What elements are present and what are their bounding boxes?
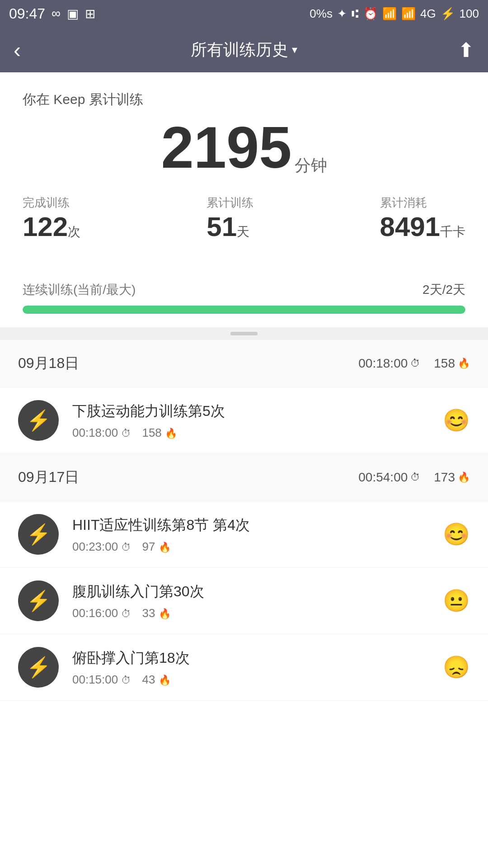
workout-time-1-0: 00:23:00 ⏱ [72,540,131,554]
workout-time-1-1: 00:16:00 ⏱ [72,606,131,620]
nav-title-text: 所有训练历史 [191,39,288,61]
workout-icon-wrap: ⚡ [18,400,59,441]
nav-bar: ‹ 所有训练历史 ▾ ⬆ [0,27,488,72]
workout-emoji-0-0: 😊 [443,408,470,433]
workout-cal-0-0: 158 🔥 [142,426,177,440]
workout-emoji-1-1: 😐 [443,588,470,613]
workout-title-1-1: 腹肌训练入门第30次 [72,582,443,602]
workout-cal-1-0: 97 🔥 [142,540,170,554]
back-button[interactable]: ‹ [14,38,45,62]
stat-complete-label: 完成训练 [23,195,80,211]
alarm-icon: ⏰ [363,7,378,21]
date-time-0: 00:18:00 ⏱ [358,356,420,371]
stat-calories-value: 8491千卡 [380,213,465,241]
stat-days-label: 累计训练 [206,195,253,211]
stat-complete-value: 122次 [23,213,80,241]
workout-meta-1-2: 00:15:00 ⏱ 43 🔥 [72,673,443,687]
bolt-icon: ⚡ [26,656,51,679]
wifi-icon: 📶 [382,7,397,21]
workout-item-1-1[interactable]: ⚡ 腹肌训练入门第30次 00:16:00 ⏱ 33 🔥 😐 [0,567,488,634]
bolt-icon: ⚡ [26,409,51,432]
progress-bar [23,306,465,314]
workout-info-1-2: 俯卧撑入门第18次 00:15:00 ⏱ 43 🔥 [72,648,443,687]
stat-calories-label: 累计消耗 [380,195,465,211]
stat-days: 累计训练 51天 [206,195,253,241]
charge-icon: ⚡ [441,7,455,21]
date-group-1: 09月17日 00:54:00 ⏱ 173 🔥 ⚡ HIIT适应性训练第8节 第… [0,454,488,701]
progress-bar-fill [23,306,465,314]
bolt-icon: ⚡ [26,589,51,613]
workout-cal-1-2: 43 🔥 [142,673,170,687]
message-icon: ▣ [67,6,79,21]
workout-item-0-0[interactable]: ⚡ 下肢运动能力训练第5次 00:18:00 ⏱ 158 🔥 😊 [0,387,488,453]
streak-row: 连续训练(当前/最大) 2天/2天 [23,281,465,298]
summary-intro: 你在 Keep 累计训练 [23,90,465,109]
date-cal-1: 173 🔥 [434,470,470,485]
workout-title-1-2: 俯卧撑入门第18次 [72,648,443,668]
streak-label: 连续训练(当前/最大) [23,281,136,298]
4g-icon: 4G [420,7,436,21]
section-divider [0,327,488,340]
workout-emoji-1-2: 😞 [443,655,470,680]
date-cal-0: 158 🔥 [434,356,470,371]
status-time: 09:47 [9,5,45,22]
workout-meta-0-0: 00:18:00 ⏱ 158 🔥 [72,426,443,440]
streak-value: 2天/2天 [422,281,465,298]
status-right: 0%s ✦ ⑆ ⏰ 📶 📶 4G ⚡ 100 [310,7,479,21]
stat-complete: 完成训练 122次 [23,195,80,241]
workout-info-1-0: HIIT适应性训练第8节 第4次 00:23:00 ⏱ 97 🔥 [72,515,443,554]
date-meta-1: 00:54:00 ⏱ 173 🔥 [358,470,470,485]
workout-title-0-0: 下肢运动能力训练第5次 [72,401,443,421]
status-bar: 09:47 ∞ ▣ ⊞ 0%s ✦ ⑆ ⏰ 📶 📶 4G ⚡ 100 [0,0,488,27]
workout-info-1-1: 腹肌训练入门第30次 00:16:00 ⏱ 33 🔥 [72,582,443,620]
infinity-icon: ∞ [52,6,61,21]
divider-handle [230,332,258,335]
stat-calories: 累计消耗 8491千卡 [380,195,465,241]
streak-section: 连续训练(当前/最大) 2天/2天 [0,272,488,327]
main-number: 2195 [161,114,291,180]
stat-days-value: 51天 [206,213,253,241]
date-text-1: 09月17日 [18,467,79,487]
battery-value: 100 [460,7,479,21]
main-unit: 分钟 [295,156,327,175]
bluetooth-icon: ✦ [337,7,347,21]
workout-item-1-2[interactable]: ⚡ 俯卧撑入门第18次 00:15:00 ⏱ 43 🔥 😞 [0,634,488,700]
workout-icon-wrap: ⚡ [18,647,59,688]
workout-info-0-0: 下肢运动能力训练第5次 00:18:00 ⏱ 158 🔥 [72,401,443,440]
zero-percent: 0%s [310,7,333,21]
summary-section: 你在 Keep 累计训练 2195分钟 完成训练 122次 累计训练 51天 累… [0,72,488,272]
date-text-0: 09月18日 [18,354,79,373]
date-meta-0: 00:18:00 ⏱ 158 🔥 [358,356,470,371]
date-header-0: 09月18日 00:18:00 ⏱ 158 🔥 [0,340,488,387]
workout-icon-wrap: ⚡ [18,580,59,621]
workout-icon-wrap: ⚡ [18,514,59,555]
share-button[interactable]: ⬆ [443,38,474,61]
main-stat: 2195分钟 [23,118,465,177]
bolt-icon: ⚡ [26,523,51,546]
nav-title: 所有训练历史 ▾ [191,39,297,61]
history-section: 09月18日 00:18:00 ⏱ 158 🔥 ⚡ 下肢运动能力训练第5次 00… [0,340,488,701]
date-time-1: 00:54:00 ⏱ [358,470,420,485]
dropdown-arrow-icon[interactable]: ▾ [292,43,297,56]
workout-time-1-2: 00:15:00 ⏱ [72,673,131,687]
date-header-1: 09月17日 00:54:00 ⏱ 173 🔥 [0,454,488,501]
date-group-0: 09月18日 00:18:00 ⏱ 158 🔥 ⚡ 下肢运动能力训练第5次 00… [0,340,488,454]
vibrate-icon: ⑆ [352,7,359,21]
status-left: 09:47 ∞ ▣ ⊞ [9,5,95,22]
signal-icon: 📶 [401,7,416,21]
workout-cal-1-1: 33 🔥 [142,606,170,620]
workout-item-1-0[interactable]: ⚡ HIIT适应性训练第8节 第4次 00:23:00 ⏱ 97 🔥 😊 [0,501,488,567]
workout-emoji-1-0: 😊 [443,522,470,547]
workout-title-1-0: HIIT适应性训练第8节 第4次 [72,515,443,535]
workout-meta-1-0: 00:23:00 ⏱ 97 🔥 [72,540,443,554]
workout-meta-1-1: 00:16:00 ⏱ 33 🔥 [72,606,443,620]
stats-row: 完成训练 122次 累计训练 51天 累计消耗 8491千卡 [23,195,465,241]
workout-time-0-0: 00:18:00 ⏱ [72,426,131,440]
media-icon: ⊞ [85,6,95,21]
